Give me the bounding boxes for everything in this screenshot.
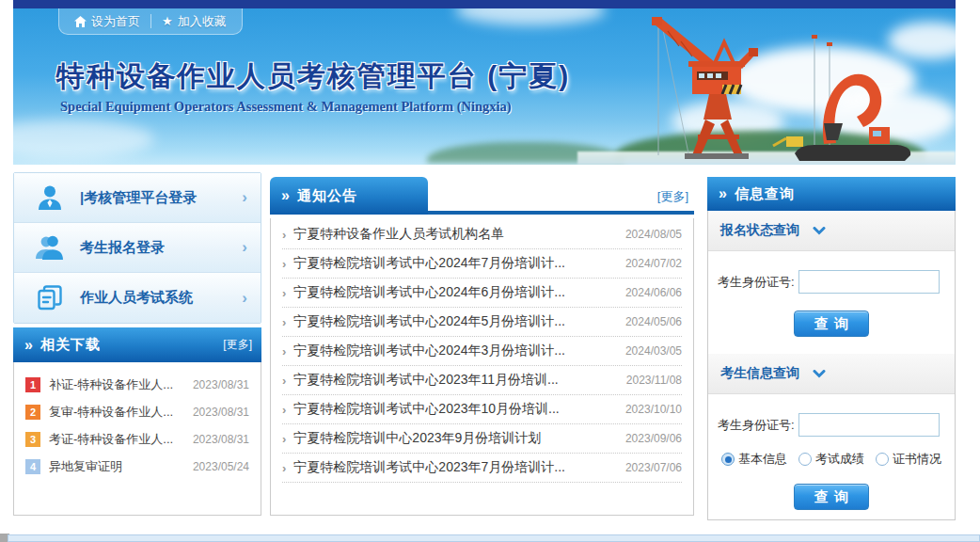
download-link[interactable]: 复审-特种设备作业人...: [49, 404, 187, 421]
radio-icon: [798, 453, 812, 466]
set-home-label: 设为首页: [91, 13, 140, 30]
notice-row: › 宁夏特检院培训考试中心2023年7月份培训计... 2023/07/06: [282, 454, 682, 483]
notice-link[interactable]: 宁夏特检院培训考试中心2024年7月份培训计...: [293, 255, 618, 272]
bullet-chevron-icon: ›: [282, 461, 286, 475]
downloads-list: 1 补证-特种设备作业人... 2023/08/31 2 复审-特种设备作业人.…: [13, 362, 261, 516]
registration-id-row: 考生身份证号:: [708, 270, 955, 294]
notice-date: 2023/11/08: [626, 374, 682, 387]
bullet-chevron-icon: ›: [282, 315, 286, 329]
candidate-info-section-toggle[interactable]: 考生信息查询: [708, 354, 955, 394]
notice-row: › 宁夏特检院培训考试中心2024年7月份培训计... 2024/07/02: [282, 249, 682, 279]
bullet-chevron-icon: ›: [282, 374, 286, 388]
bullet-chevron-icon: ›: [282, 344, 286, 359]
chevron-right-icon: ›: [242, 289, 247, 308]
users-icon: [33, 233, 67, 262]
notice-date: 2024/06/06: [625, 286, 682, 299]
menu-item-label: 考生报名登录: [80, 239, 242, 257]
query-panel-header: » 信息查询: [707, 177, 956, 211]
candidate-id-row: 考生身份证号:: [708, 413, 955, 437]
notice-date: 2024/05/06: [625, 315, 682, 328]
notice-date: 2023/10/10: [625, 403, 682, 416]
notice-link[interactable]: 宁夏特检院培训考试中心2024年5月份培训计...: [293, 313, 618, 330]
downloads-title: 相关下载: [40, 336, 101, 354]
notice-link[interactable]: 宁夏特检院培训考试中心2024年3月份培训计...: [293, 343, 618, 359]
candidate-id-input[interactable]: [798, 413, 940, 437]
downloads-more-link[interactable]: [更多]: [223, 337, 252, 353]
chevron-right-icon: ›: [242, 238, 247, 257]
notice-date: 2024/08/05: [625, 228, 682, 241]
rank-badge: 4: [25, 459, 40, 474]
download-date: 2023/08/31: [193, 406, 249, 419]
quick-links-divider: [150, 14, 151, 28]
menu-item-assessment-platform-login[interactable]: |考核管理平台登录 ›: [14, 173, 261, 223]
menu-item-label: |考核管理平台登录: [80, 189, 242, 207]
notices-tab[interactable]: » 通知公告: [270, 177, 428, 215]
notice-link[interactable]: 宁夏特检院培训考试中心2023年11月份培训...: [293, 372, 618, 389]
site-subtitle: Special Equipment Operators Assessment &…: [60, 99, 512, 115]
id-number-label: 考生身份证号:: [718, 274, 795, 291]
user-icon: [33, 183, 67, 212]
download-date: 2023/05/24: [193, 460, 249, 473]
home-icon: [74, 16, 87, 27]
radio-exam-results[interactable]: 考试成绩: [798, 451, 864, 468]
banner-crane-illustration: [630, 14, 950, 165]
radio-label: 基本信息: [738, 451, 787, 468]
registration-query-button[interactable]: 查询: [794, 311, 869, 337]
page-container: 设为首页 ★ 加入收藏 特种设备作业人员考核管理平台 (宁夏) Special …: [13, 0, 956, 542]
menu-item-operator-exam-system[interactable]: 作业人员考试系统 ›: [14, 273, 261, 323]
cloud-shape: [455, 8, 606, 25]
notice-link[interactable]: 宁夏特检院培训考试中心2023年10月份培训...: [293, 401, 618, 418]
notice-row: › 宁夏特检院培训考试中心2024年5月份培训计... 2024/05/06: [282, 308, 682, 337]
radio-icon: [876, 453, 889, 466]
add-favorite-link[interactable]: ★ 加入收藏: [162, 13, 227, 30]
notice-link[interactable]: 宁夏特检院培训考试中心2023年7月份培训计...: [293, 459, 618, 476]
notice-date: 2024/03/05: [625, 344, 682, 358]
section-gap: [708, 337, 955, 354]
downloads-header: » 相关下载 [更多]: [13, 327, 261, 362]
menu-item-candidate-registration-login[interactable]: 考生报名登录 ›: [14, 223, 261, 273]
radio-certificate-status[interactable]: 证书情况: [876, 451, 941, 468]
chevron-down-icon: [813, 370, 826, 378]
radio-label: 考试成绩: [815, 451, 864, 468]
registration-id-input[interactable]: [798, 270, 940, 294]
radio-icon: [721, 453, 735, 466]
notices-more-link[interactable]: [更多]: [657, 188, 688, 205]
add-favorite-label: 加入收藏: [178, 13, 227, 30]
bullet-chevron-icon: ›: [282, 228, 286, 242]
candidate-info-options: 基本信息 考试成绩 证书情况: [708, 451, 955, 468]
notices-header: » 通知公告 [更多]: [270, 177, 694, 215]
radio-label: 证书情况: [893, 451, 941, 468]
download-link[interactable]: 异地复审证明: [49, 458, 187, 475]
notice-date: 2023/07/06: [625, 461, 682, 474]
quick-links-tab: 设为首页 ★ 加入收藏: [58, 8, 243, 35]
notice-row: › 宁夏特种设备作业人员考试机构名单 2024/08/05: [282, 220, 682, 249]
download-link[interactable]: 考证-特种设备作业人...: [49, 431, 187, 448]
candidate-info-title: 考生信息查询: [720, 365, 799, 382]
notice-row: › 宁夏特检院培训考试中心2024年3月份培训计... 2024/03/05: [282, 337, 682, 366]
download-link[interactable]: 补证-特种设备作业人...: [49, 376, 187, 393]
candidate-query-button[interactable]: 查询: [794, 484, 869, 510]
download-row: 2 复审-特种设备作业人... 2023/08/31: [14, 398, 261, 425]
notice-link[interactable]: 宁夏特检院培训中心2023年9月份培训计划: [293, 430, 618, 447]
download-date: 2023/08/31: [193, 433, 249, 446]
login-menu: |考核管理平台登录 › 考生报名登录 › 作业人员考试系统 ›: [13, 172, 261, 324]
download-row: 3 考证-特种设备作业人... 2023/08/31: [14, 425, 261, 453]
double-chevron-icon: »: [281, 187, 290, 204]
site-title: 特种设备作业人员考核管理平台 (宁夏): [56, 57, 570, 96]
id-number-label: 考生身份证号:: [718, 417, 795, 434]
exam-system-icon: [33, 284, 67, 312]
set-home-link[interactable]: 设为首页: [74, 13, 140, 30]
notices-list: › 宁夏特种设备作业人员考试机构名单 2024/08/05 › 宁夏特检院培训考…: [270, 218, 694, 516]
rank-badge: 1: [25, 377, 40, 392]
notice-date: 2023/09/06: [625, 432, 682, 445]
query-panel-title: 信息查询: [735, 185, 795, 203]
notice-link[interactable]: 宁夏特检院培训考试中心2024年6月份培训计...: [293, 284, 618, 301]
cloud-shape: [13, 120, 154, 159]
notice-link[interactable]: 宁夏特种设备作业人员考试机构名单: [293, 226, 618, 243]
bullet-chevron-icon: ›: [282, 403, 286, 417]
notice-date: 2024/07/02: [625, 257, 682, 270]
registration-status-section-toggle[interactable]: 报名状态查询: [708, 211, 955, 251]
bullet-chevron-icon: ›: [282, 286, 286, 300]
notice-row: › 宁夏特检院培训考试中心2023年10月份培训... 2023/10/10: [282, 395, 682, 424]
radio-basic-info[interactable]: 基本信息: [721, 451, 787, 468]
